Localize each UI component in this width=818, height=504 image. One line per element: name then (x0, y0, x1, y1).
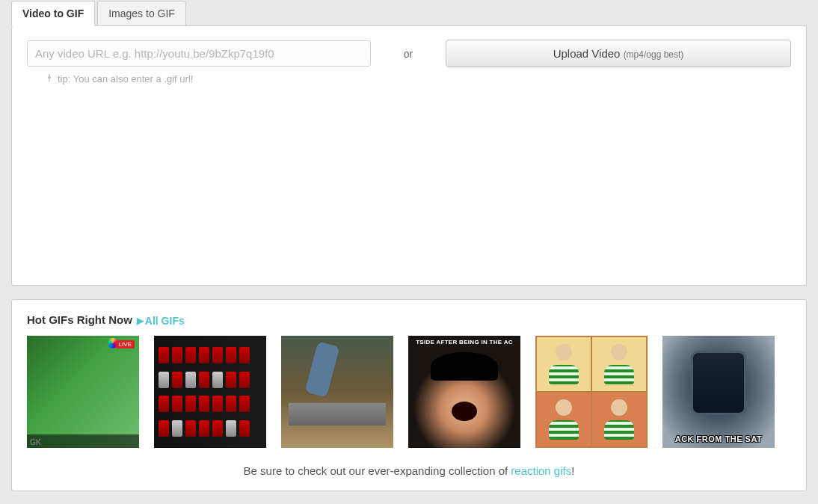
gif-caption: TSIDE AFTER BEING IN THE AC (408, 339, 520, 345)
gif-thumb[interactable]: ACK FROM THE SAT (662, 336, 775, 448)
tip-text: tip: You can also enter a .gif url! (58, 73, 193, 84)
upload-video-button[interactable]: Upload Video (mp4/ogg best) (446, 40, 791, 67)
gif-thumb[interactable] (281, 336, 393, 448)
play-icon: ▶ (137, 316, 144, 326)
tip-row: tip: You can also enter a .gif url! (27, 73, 791, 84)
reaction-gifs-link[interactable]: reaction gifs (511, 464, 571, 477)
all-gifs-label: All GIFs (145, 315, 185, 327)
gif-thumb[interactable]: TSIDE AFTER BEING IN THE AC (408, 336, 520, 448)
hot-gifs-title: Hot GIFs Right Now (27, 313, 132, 326)
gif-caption: GK (30, 438, 41, 446)
video-url-input[interactable] (27, 40, 371, 67)
main-panel: or Upload Video (mp4/ogg best) tip: You … (11, 25, 807, 286)
tab-video-to-gif[interactable]: Video to GIF (11, 1, 95, 26)
gif-caption: ACK FROM THE SAT (662, 434, 775, 443)
tab-images-to-gif[interactable]: Images to GIF (97, 1, 186, 26)
upload-row: or Upload Video (mp4/ogg best) (27, 40, 791, 67)
or-separator: or (371, 48, 446, 60)
upload-video-hint: (mp4/ogg best) (624, 49, 684, 60)
pin-icon (45, 73, 54, 84)
live-badge: LIVE (116, 340, 135, 348)
all-gifs-link[interactable]: ▶All GIFs (137, 315, 185, 327)
footer-text: Be sure to check out our ever-expanding … (27, 464, 791, 477)
upload-video-label: Upload Video (553, 47, 621, 60)
hot-gifs-panel: Hot GIFs Right Now ▶All GIFs LIVE GK TSI… (11, 299, 807, 491)
gif-thumb[interactable] (535, 336, 648, 448)
footer-prefix: Be sure to check out our ever-expanding … (244, 464, 511, 477)
empty-area (27, 84, 791, 271)
gif-thumb[interactable]: LIVE GK (27, 336, 139, 448)
tab-bar: Video to GIF Images to GIF (11, 1, 807, 26)
footer-suffix: ! (571, 464, 574, 477)
gif-thumb[interactable] (154, 336, 266, 448)
hot-gifs-thumbs: LIVE GK TSIDE AFTER BEING IN THE AC (27, 336, 791, 448)
